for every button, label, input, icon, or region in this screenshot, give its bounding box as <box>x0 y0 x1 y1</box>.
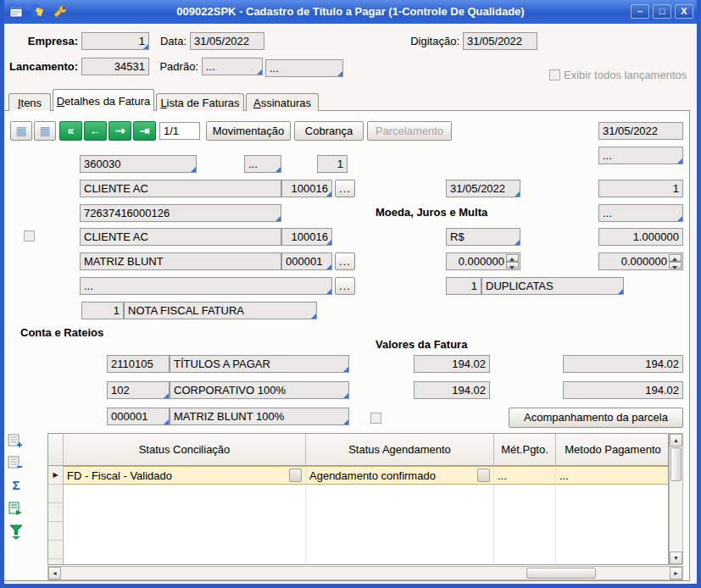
vertical-scroll-thumb[interactable] <box>670 447 682 481</box>
entrada-field[interactable]: 31/05/2022 <box>446 180 520 197</box>
cnpj-field[interactable]: 72637416000126 <box>80 204 281 222</box>
new-record-icon[interactable] <box>7 432 24 449</box>
multa-value: 0.000000 <box>621 255 667 268</box>
sacado-code-field[interactable]: 100016 <box>281 228 332 246</box>
cell-met-pgto[interactable]: ... <box>494 466 556 485</box>
parcelamento-button[interactable]: Parcelamento <box>367 121 452 141</box>
scroll-up-icon[interactable]: ▲ <box>670 434 682 447</box>
emissao-field[interactable]: 31/05/2022 <box>598 122 683 140</box>
filial-code-field[interactable]: 000001 <box>281 252 332 270</box>
col-met-pgto[interactable]: Mét.Pgto. <box>494 434 556 466</box>
documento-field[interactable]: ... <box>80 277 332 295</box>
sacado-checkbox[interactable] <box>24 230 35 241</box>
orig-rs-field[interactable]: 194.02 <box>563 355 683 373</box>
row-marker <box>48 559 64 565</box>
multa-field[interactable]: 0.000000 <box>598 252 683 270</box>
especie-serie-code-field[interactable]: 1 <box>81 302 124 319</box>
col-status-conciliacao[interactable]: Status Conciliação <box>64 434 306 466</box>
cell-status-agendamento[interactable]: Agendamento confirmado <box>306 466 494 485</box>
card-view-button[interactable]: ▦ <box>34 121 56 141</box>
n-parcelas-field[interactable]: 1 <box>598 180 683 197</box>
saldo-field[interactable]: 194.02 <box>414 381 490 399</box>
wrench-icon[interactable] <box>52 3 69 20</box>
record-position-field[interactable]: 1/1 <box>159 122 200 140</box>
moeda-field[interactable]: R$ <box>446 228 520 246</box>
next-record-button[interactable]: ⇢ <box>108 121 131 141</box>
moeda-juros-multa-section: Moeda, Juros e Multa <box>376 206 487 219</box>
maximize-button[interactable]: □ <box>653 4 671 19</box>
data-apuracao-field[interactable]: ... <box>598 147 683 164</box>
sacado-field[interactable]: CLIENTE AC <box>80 228 281 246</box>
tab-detalhes-da-fatura[interactable]: Detalhes da Fatura <box>53 89 154 111</box>
empty-cell <box>556 503 669 522</box>
valores-fatura-section: Valores da Fatura <box>376 338 467 351</box>
minimize-button[interactable]: – <box>631 4 649 19</box>
serie-field[interactable]: ... <box>244 155 281 173</box>
dropdown-button[interactable] <box>477 469 490 482</box>
col-status-agendamento[interactable]: Status Agendamento <box>306 434 494 466</box>
empty-cell <box>494 541 556 559</box>
filter-icon[interactable] <box>8 524 25 541</box>
cell-metodo-pagamento[interactable]: ... <box>556 466 669 485</box>
col-metodo-pagamento[interactable]: Metodo Pagamento <box>556 434 669 466</box>
cto-custo-code-field[interactable]: 102 <box>107 381 170 399</box>
fornecedor-lookup-button[interactable]: ... <box>335 180 355 197</box>
last-record-button[interactable]: ⇥ <box>133 121 156 141</box>
juros-spinner[interactable] <box>506 254 519 269</box>
filial-field[interactable]: MATRIZ BLUNT <box>80 252 281 270</box>
documento-lookup-button[interactable]: ... <box>335 277 355 295</box>
lancamento-field[interactable]: 34531 <box>81 58 149 75</box>
n-fatura-field[interactable]: 360030 <box>80 155 197 173</box>
data-field[interactable]: 31/05/2022 <box>190 32 264 50</box>
conta-field[interactable]: TÍTULOS A PAGAR <box>170 355 349 373</box>
previous-record-button[interactable]: ← <box>84 121 107 141</box>
acompanhamento-parcela-button[interactable]: Acompanhamento da parcela <box>509 408 683 428</box>
usar-letras-checkbox[interactable] <box>370 413 381 424</box>
cobranca-button[interactable]: Cobrança <box>294 121 364 141</box>
scroll-left-icon[interactable]: ◄ <box>48 567 61 580</box>
tab-itens[interactable]: Itens <box>8 93 51 111</box>
app-logo-icon[interactable] <box>29 3 46 19</box>
horizontal-scrollbar[interactable]: ◄ ► <box>47 566 683 580</box>
movimentacao-button[interactable]: Movimentação <box>206 121 291 141</box>
filial-rateio-code-field[interactable]: 000001 <box>107 408 170 425</box>
scroll-down-icon[interactable]: ▼ <box>670 552 682 564</box>
cto-custo-field[interactable]: CORPORATIVO 100% <box>170 381 349 399</box>
form-window-icon[interactable] <box>8 3 25 20</box>
tab-lista-de-faturas[interactable]: Lista de Faturas <box>156 93 244 111</box>
multa-spinner[interactable] <box>669 254 682 269</box>
filial-lookup-button[interactable]: ... <box>335 252 355 270</box>
filial-rateio-field[interactable]: MATRIZ BLUNT 100% <box>170 408 349 425</box>
paste-record-icon[interactable] <box>7 500 24 517</box>
item-field[interactable]: 1 <box>317 155 348 173</box>
dados-arrecadacao-field[interactable]: ... <box>598 204 683 222</box>
conta-code-field[interactable]: 2110105 <box>107 355 170 373</box>
juros-field[interactable]: 0.000000 <box>446 252 520 270</box>
tipo-doc-field[interactable]: DUPLICATAS <box>481 277 624 295</box>
dropdown-button[interactable] <box>289 469 302 482</box>
data-label: Data: <box>153 35 186 48</box>
close-button[interactable]: X <box>675 4 693 19</box>
tab-assinaturas[interactable]: Assinaturas <box>246 93 319 111</box>
horizontal-scroll-thumb[interactable] <box>526 568 596 579</box>
padrao-field-2[interactable]: ... <box>265 59 343 77</box>
saldo-rs-field[interactable]: 194.02 <box>563 381 683 399</box>
cell-status-conciliacao[interactable]: FD - Fiscal - Validado <box>64 466 306 485</box>
fornecedor-code-field[interactable]: 100016 <box>281 180 332 197</box>
fornecedor-field[interactable]: CLIENTE AC <box>80 180 281 197</box>
grid-view-button[interactable]: ▦ <box>10 121 32 141</box>
digitacao-field[interactable]: 31/05/2022 <box>463 32 537 50</box>
sum-icon[interactable]: Σ <box>8 476 25 493</box>
copy-record-icon[interactable] <box>7 454 24 471</box>
especie-serie-field[interactable]: NOTA FISCAL FATURA <box>124 302 317 319</box>
table-row[interactable]: ▶ FD - Fiscal - Validado Agendamento con… <box>48 466 668 485</box>
empresa-field[interactable]: 1 <box>81 32 149 50</box>
scroll-right-icon[interactable]: ► <box>670 567 682 580</box>
tipo-doc-code-field[interactable]: 1 <box>446 277 481 295</box>
vertical-scrollbar[interactable]: ▲ ▼ <box>669 433 683 565</box>
first-record-button[interactable]: « <box>59 121 82 141</box>
original-field[interactable]: 194.02 <box>414 355 490 373</box>
cambio-emissao-field[interactable]: 1.000000 <box>598 228 683 246</box>
padrao-field-1[interactable]: ... <box>202 58 263 75</box>
exibir-todos-checkbox[interactable] <box>549 69 560 80</box>
